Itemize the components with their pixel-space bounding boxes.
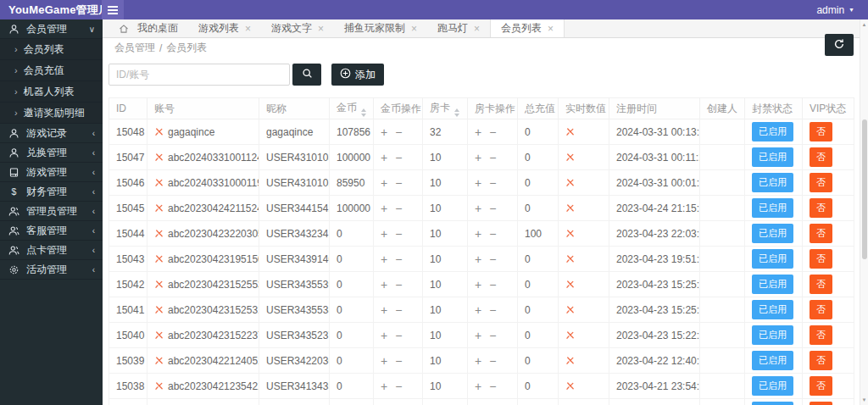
tab-marquee[interactable]: 跑马灯× xyxy=(427,19,490,37)
vip-status-button[interactable]: 否 xyxy=(810,275,832,294)
plus-button[interactable]: + xyxy=(381,329,387,342)
close-icon[interactable]: × xyxy=(245,23,251,35)
plus-button[interactable]: + xyxy=(475,176,481,190)
search-input[interactable] xyxy=(108,64,290,86)
realtime-icon[interactable] xyxy=(565,254,575,264)
realtime-icon[interactable] xyxy=(565,229,575,238)
plus-button[interactable]: + xyxy=(381,278,387,291)
ban-status-button[interactable]: 已启用 xyxy=(752,275,793,294)
plus-button[interactable]: + xyxy=(381,151,387,164)
col-gold[interactable]: 金币 xyxy=(330,98,374,119)
tab-game-text[interactable]: 游戏文字× xyxy=(261,19,334,37)
ban-status-button[interactable]: 已启用 xyxy=(752,249,793,269)
plus-button[interactable]: + xyxy=(381,354,387,368)
plus-button[interactable]: + xyxy=(475,227,481,241)
minus-button[interactable]: − xyxy=(489,354,496,368)
sidebar-item-finance-management[interactable]: $财务管理‹ xyxy=(0,182,103,202)
col-card[interactable]: 房卡 xyxy=(423,98,468,119)
vip-status-button[interactable]: 否 xyxy=(810,147,832,167)
realtime-icon[interactable] xyxy=(565,203,575,213)
minus-button[interactable]: − xyxy=(489,151,496,164)
realtime-icon[interactable] xyxy=(565,280,575,289)
sidebar-item-admin-management[interactable]: 管理员管理‹ xyxy=(0,202,103,221)
scroll-down-arrow-icon[interactable]: ▼ xyxy=(860,397,868,402)
plus-button[interactable]: + xyxy=(381,227,387,241)
minus-button[interactable]: − xyxy=(489,176,496,190)
minus-button[interactable]: − xyxy=(489,227,496,241)
minus-button[interactable]: − xyxy=(489,380,496,393)
minus-button[interactable]: − xyxy=(489,252,496,266)
user-menu[interactable]: admin ▼ xyxy=(816,4,868,16)
vip-status-button[interactable]: 否 xyxy=(810,402,832,405)
ban-status-button[interactable]: 已启用 xyxy=(752,173,793,192)
sidebar-item-robot-list[interactable]: ›机器人列表 xyxy=(0,81,103,103)
realtime-icon[interactable] xyxy=(565,153,575,162)
minus-button[interactable]: − xyxy=(395,303,402,317)
ban-status-button[interactable]: 已启用 xyxy=(752,147,793,167)
vip-status-button[interactable]: 否 xyxy=(810,376,832,396)
sidebar-item-member-management[interactable]: 会员管理∨ xyxy=(0,19,103,39)
vip-status-button[interactable]: 否 xyxy=(810,300,832,319)
plus-button[interactable]: + xyxy=(475,380,481,393)
plus-button[interactable]: + xyxy=(381,252,387,266)
plus-button[interactable]: + xyxy=(381,125,387,139)
close-icon[interactable]: × xyxy=(474,23,480,35)
vip-status-button[interactable]: 否 xyxy=(810,198,832,218)
sidebar-item-member-recharge[interactable]: ›会员充值 xyxy=(0,60,103,81)
refresh-button[interactable] xyxy=(825,34,854,56)
sidebar-toggle-button[interactable] xyxy=(102,0,124,19)
minus-button[interactable]: − xyxy=(489,278,496,291)
sort-icon[interactable] xyxy=(361,108,366,117)
plus-button[interactable]: + xyxy=(381,380,387,393)
ban-status-button[interactable]: 已启用 xyxy=(752,224,793,243)
plus-button[interactable]: + xyxy=(475,252,481,266)
minus-button[interactable]: − xyxy=(489,329,496,342)
sort-icon[interactable] xyxy=(454,108,459,117)
plus-button[interactable]: + xyxy=(381,176,387,190)
ban-status-button[interactable]: 已启用 xyxy=(752,351,793,370)
minus-button[interactable]: − xyxy=(395,329,402,342)
tab-fish-player-limit[interactable]: 捕鱼玩家限制× xyxy=(334,19,427,37)
add-button[interactable]: 添加 xyxy=(331,64,384,86)
realtime-icon[interactable] xyxy=(565,178,575,187)
minus-button[interactable]: − xyxy=(395,202,402,215)
vip-status-button[interactable]: 否 xyxy=(810,122,832,141)
minus-button[interactable]: − xyxy=(489,303,496,317)
realtime-icon[interactable] xyxy=(565,330,575,340)
realtime-icon[interactable] xyxy=(565,381,575,391)
search-button[interactable] xyxy=(292,64,321,86)
plus-button[interactable]: + xyxy=(475,303,481,317)
sidebar-item-game-records[interactable]: 游戏记录‹ xyxy=(0,124,103,143)
vip-status-button[interactable]: 否 xyxy=(810,351,832,370)
minus-button[interactable]: − xyxy=(395,176,402,190)
sidebar-item-invite-reward-detail[interactable]: ›邀请奖励明细 xyxy=(0,103,103,124)
minus-button[interactable]: − xyxy=(395,252,402,266)
ban-status-button[interactable]: 已启用 xyxy=(752,122,793,141)
minus-button[interactable]: − xyxy=(395,227,402,241)
minus-button[interactable]: − xyxy=(489,125,496,139)
plus-button[interactable]: + xyxy=(475,278,481,291)
vip-status-button[interactable]: 否 xyxy=(810,224,832,243)
scrollbar-thumb[interactable] xyxy=(862,119,867,259)
close-icon[interactable]: × xyxy=(548,23,554,35)
ban-status-button[interactable]: 已启用 xyxy=(752,402,793,405)
sidebar-item-member-list[interactable]: ›会员列表 xyxy=(0,39,103,60)
minus-button[interactable]: − xyxy=(395,278,402,291)
scroll-up-arrow-icon[interactable]: ▲ xyxy=(860,22,868,27)
sidebar-item-game-management[interactable]: 游戏管理‹ xyxy=(0,163,103,182)
sidebar-item-exchange-management[interactable]: 兑换管理‹ xyxy=(0,143,103,163)
realtime-icon[interactable] xyxy=(565,356,575,365)
close-icon[interactable]: × xyxy=(318,23,324,35)
vip-status-button[interactable]: 否 xyxy=(810,173,832,192)
sidebar-item-point-card-management[interactable]: 点卡管理‹ xyxy=(0,241,103,260)
minus-button[interactable]: − xyxy=(489,202,496,215)
plus-button[interactable]: + xyxy=(381,202,387,215)
plus-button[interactable]: + xyxy=(475,329,481,342)
vip-status-button[interactable]: 否 xyxy=(810,325,832,345)
ban-status-button[interactable]: 已启用 xyxy=(752,198,793,218)
plus-button[interactable]: + xyxy=(475,202,481,215)
vip-status-button[interactable]: 否 xyxy=(810,249,832,269)
plus-button[interactable]: + xyxy=(475,125,481,139)
minus-button[interactable]: − xyxy=(395,151,402,164)
close-icon[interactable]: × xyxy=(411,23,417,35)
